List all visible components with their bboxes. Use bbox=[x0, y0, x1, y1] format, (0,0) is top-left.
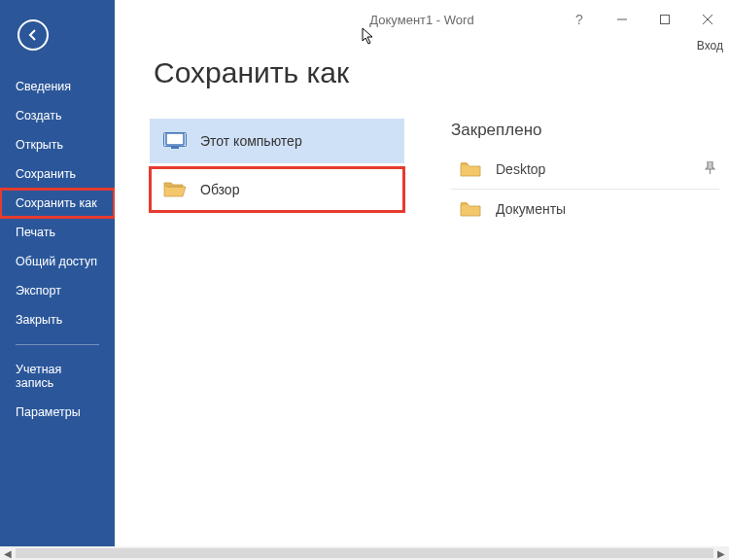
svg-rect-1 bbox=[661, 16, 670, 24]
svg-rect-6 bbox=[171, 147, 179, 149]
close-button[interactable] bbox=[686, 0, 729, 39]
nav-export[interactable]: Экспорт bbox=[0, 276, 115, 305]
source-this-pc[interactable]: Этот компьютер bbox=[150, 119, 404, 163]
source-browse[interactable]: Обзор bbox=[150, 167, 404, 212]
scroll-right-arrow-icon[interactable]: ▶ bbox=[713, 546, 729, 560]
nav-options[interactable]: Параметры bbox=[0, 398, 115, 427]
save-location-list: Этот компьютер Обзор bbox=[150, 119, 404, 212]
maximize-button[interactable] bbox=[643, 0, 686, 39]
scroll-thumb[interactable] bbox=[16, 548, 713, 558]
help-button[interactable]: ? bbox=[558, 0, 601, 39]
computer-icon bbox=[163, 131, 187, 151]
back-button[interactable] bbox=[16, 18, 51, 52]
titlebar: Документ1 - Word ? bbox=[115, 0, 729, 39]
mouse-cursor-icon bbox=[362, 27, 375, 49]
nav-save-as[interactable]: Сохранить как bbox=[0, 189, 115, 218]
nav-info[interactable]: Сведения bbox=[0, 72, 115, 101]
svg-rect-4 bbox=[166, 133, 184, 145]
nav-open[interactable]: Открыть bbox=[0, 130, 115, 159]
source-label: Обзор bbox=[200, 182, 239, 197]
scroll-track[interactable] bbox=[16, 546, 713, 560]
nav-save[interactable]: Сохранить bbox=[0, 159, 115, 189]
nav-new[interactable]: Создать bbox=[0, 101, 115, 130]
horizontal-scrollbar[interactable]: ◀ ▶ bbox=[0, 546, 729, 560]
folder-panel: Закреплено Desktop Документы bbox=[451, 121, 719, 228]
folder-icon bbox=[459, 159, 482, 179]
folder-label: Desktop bbox=[496, 161, 545, 177]
scroll-left-arrow-icon[interactable]: ◀ bbox=[0, 546, 16, 560]
pinned-folder-desktop[interactable]: Desktop bbox=[451, 150, 719, 190]
pinned-heading: Закреплено bbox=[451, 121, 719, 140]
nav-close[interactable]: Закрыть bbox=[0, 305, 115, 334]
backstage-main: Документ1 - Word ? Вход Сохранить как Эт… bbox=[115, 0, 729, 546]
pin-icon[interactable] bbox=[705, 161, 715, 178]
folder-icon bbox=[459, 199, 482, 219]
folder-open-icon bbox=[163, 180, 187, 199]
window-controls: ? bbox=[558, 0, 729, 39]
nav-separator bbox=[16, 344, 99, 345]
source-label: Этот компьютер bbox=[200, 133, 302, 149]
sign-in-link[interactable]: Вход bbox=[697, 39, 723, 52]
back-arrow-icon bbox=[17, 19, 49, 51]
nav-account[interactable]: Учетная запись bbox=[0, 355, 115, 398]
nav-print[interactable]: Печать bbox=[0, 218, 115, 247]
nav-share[interactable]: Общий доступ bbox=[0, 247, 115, 276]
window-title: Документ1 - Word bbox=[369, 13, 473, 27]
backstage-sidebar: Сведения Создать Открыть Сохранить Сохра… bbox=[0, 0, 115, 546]
minimize-button[interactable] bbox=[601, 0, 643, 39]
pinned-folder-documents[interactable]: Документы bbox=[451, 190, 719, 228]
folder-label: Документы bbox=[496, 201, 566, 217]
page-title: Сохранить как bbox=[154, 56, 349, 89]
